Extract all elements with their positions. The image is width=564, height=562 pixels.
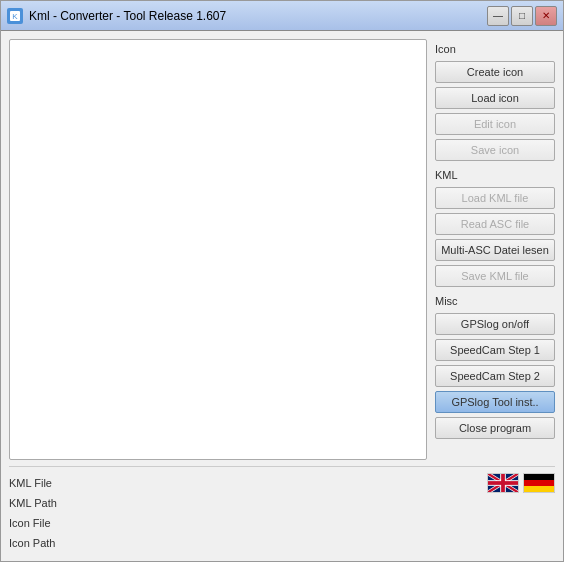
save-icon-button: Save icon	[435, 139, 555, 161]
app-icon: K	[7, 8, 23, 24]
create-icon-button[interactable]: Create icon	[435, 61, 555, 83]
minimize-button[interactable]: —	[487, 6, 509, 26]
load-kml-button: Load KML file	[435, 187, 555, 209]
kml-path-label: KML Path	[9, 497, 89, 509]
flag-area	[487, 473, 555, 493]
save-kml-button: Save KML file	[435, 265, 555, 287]
window-controls: — □ ✕	[487, 6, 557, 26]
window-content: Icon Create icon Load icon Edit icon Sav…	[1, 31, 563, 561]
window-title: Kml - Converter - Tool Release 1.607	[29, 9, 487, 23]
gpstool-button[interactable]: GPSlog Tool inst..	[435, 391, 555, 413]
speedcam1-button[interactable]: SpeedCam Step 1	[435, 339, 555, 361]
main-area: Icon Create icon Load icon Edit icon Sav…	[9, 39, 555, 460]
icon-section-label: Icon	[435, 43, 555, 55]
close-button[interactable]: ✕	[535, 6, 557, 26]
misc-section-label: Misc	[435, 295, 555, 307]
info-area: KML File KML Path Icon File Icon Path	[9, 466, 555, 553]
canvas-area	[9, 39, 427, 460]
multi-asc-button[interactable]: Multi-ASC Datei lesen	[435, 239, 555, 261]
speedcam2-button[interactable]: SpeedCam Step 2	[435, 365, 555, 387]
edit-icon-button: Edit icon	[435, 113, 555, 135]
uk-flag-button[interactable]	[487, 473, 519, 493]
de-flag-button[interactable]	[523, 473, 555, 493]
load-icon-button[interactable]: Load icon	[435, 87, 555, 109]
icon-path-label: Icon Path	[9, 537, 89, 549]
kml-file-label: KML File	[9, 477, 89, 489]
maximize-button[interactable]: □	[511, 6, 533, 26]
icon-file-label: Icon File	[9, 517, 89, 529]
gpslog-button[interactable]: GPSlog on/off	[435, 313, 555, 335]
title-bar: K Kml - Converter - Tool Release 1.607 —…	[1, 1, 563, 31]
read-asc-button: Read ASC file	[435, 213, 555, 235]
close-program-button[interactable]: Close program	[435, 417, 555, 439]
svg-text:K: K	[12, 12, 18, 21]
kml-section-label: KML	[435, 169, 555, 181]
right-panel: Icon Create icon Load icon Edit icon Sav…	[435, 39, 555, 460]
main-window: K Kml - Converter - Tool Release 1.607 —…	[0, 0, 564, 562]
svg-rect-10	[488, 481, 518, 485]
